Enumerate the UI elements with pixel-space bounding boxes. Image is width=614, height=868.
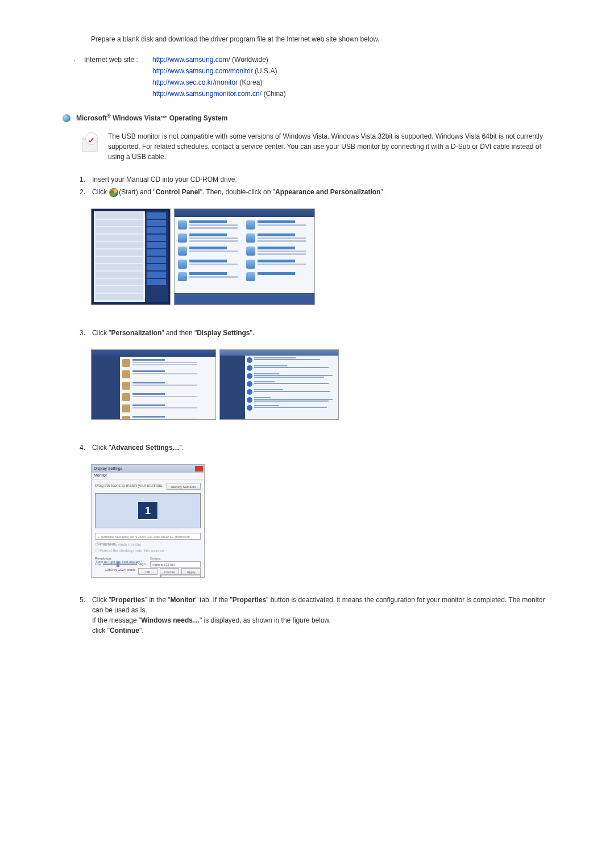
drag-label: Drag the icons to match your monitors. xyxy=(95,483,163,487)
link-worldwide[interactable]: http://www.samsung.com/ xyxy=(152,56,230,64)
screenshot-personalization xyxy=(91,349,216,420)
t-bold: Display Settings xyxy=(197,329,250,337)
step-body: Click "Properties" in the "Monitor" tab.… xyxy=(92,595,551,636)
t-bold: Windows needs… xyxy=(141,616,200,624)
screenshot-row-2 xyxy=(91,349,551,420)
t: ". xyxy=(180,444,184,452)
step-list: 3. Click "Personalization" and then "Dis… xyxy=(80,328,551,338)
step-num: 5. xyxy=(80,595,92,636)
t-bold: Continue xyxy=(110,627,139,635)
step-body: Click "Personalization" and then "Displa… xyxy=(92,328,551,338)
registered-symbol: ® xyxy=(107,113,111,119)
step-list: 4. Click "Advanced Settings…". xyxy=(80,443,551,453)
monitor-select[interactable]: 1. (Multiple Monitors) on NVIDIA GeForce… xyxy=(95,533,201,540)
intro-text: Prepare a blank disk and download the dr… xyxy=(91,34,551,44)
t: click " xyxy=(92,627,110,635)
t: ". xyxy=(139,627,144,635)
step-5: 5. Click "Properties" in the "Monitor" t… xyxy=(80,595,551,636)
t: Click " xyxy=(92,596,111,604)
col-label: Colors: xyxy=(150,556,201,561)
help-link[interactable]: How do I get the best display? xyxy=(96,560,142,565)
t: (Start) and " xyxy=(119,188,155,196)
screenshot-row-1 xyxy=(91,208,551,305)
title-suffix: Windows Vista™ Operating System xyxy=(111,114,228,122)
t-bold: Personalization xyxy=(111,329,162,337)
link-suffix: (China) xyxy=(262,90,286,98)
step-list: 5. Click "Properties" in the "Monitor" t… xyxy=(80,595,551,636)
note-icon: ✓ xyxy=(80,131,102,154)
screenshot-display-settings-dialog: Display Settings Monitor Drag the icons … xyxy=(91,464,205,578)
step-num: 3. xyxy=(80,328,92,338)
chk-main: ☐ This is my main monitor xyxy=(95,542,201,548)
t: " is displayed, as shown in the figure b… xyxy=(200,616,331,624)
t-bold: Advanced Settings… xyxy=(111,444,180,452)
t: ". Then, double-click on " xyxy=(200,188,275,196)
t: " tab. If the " xyxy=(196,596,233,604)
link-usa[interactable]: http://www.samsung.com/monitor xyxy=(152,67,253,75)
link-suffix: (Worldwide) xyxy=(230,56,268,64)
t: Click xyxy=(92,188,109,196)
note-block: ✓ The USB monitor is not compatible with… xyxy=(80,131,551,162)
apply-button[interactable]: Apply xyxy=(181,568,201,575)
t: Click " xyxy=(92,329,111,337)
step-num: 2. xyxy=(80,187,92,197)
step-1: 1. Insert your Manual CD into your CD-RO… xyxy=(80,174,551,185)
note-text: The USB monitor is not compatible with s… xyxy=(108,131,551,162)
t-bold: Monitor xyxy=(171,596,196,604)
dialog-tabs: Monitor xyxy=(92,473,204,479)
link-suffix: (U.S.A) xyxy=(253,67,277,75)
step-num: 4. xyxy=(80,443,92,453)
step-num: 1. xyxy=(80,174,92,185)
advanced-settings-button[interactable]: Advanced Settings... xyxy=(161,575,201,578)
identify-monitors-button[interactable]: Identify Monitors xyxy=(167,483,201,490)
step-3: 3. Click "Personalization" and then "Dis… xyxy=(80,328,551,338)
dialog-titlebar: Display Settings xyxy=(92,465,204,473)
monitor-icon[interactable]: 1 xyxy=(138,502,158,520)
step-list: 1. Insert your Manual CD into your CD-RO… xyxy=(80,174,551,197)
section-title: Microsoft® Windows Vista™ Operating Syst… xyxy=(76,112,227,123)
cancel-button[interactable]: Cancel xyxy=(160,568,179,575)
dialog-buttons: OK Cancel Apply xyxy=(137,568,201,575)
link-china[interactable]: http://www.samsungmonitor.com.cn/ xyxy=(152,90,262,98)
link-suffix: (Korea) xyxy=(238,78,262,86)
step-body: Click "Advanced Settings…". xyxy=(92,443,551,453)
dialog-content: Drag the icons to match your monitors. I… xyxy=(92,479,204,578)
link-row: http://www.samsungmonitor.com.cn/ (China… xyxy=(152,89,551,99)
tab-monitor[interactable]: Monitor xyxy=(94,473,107,477)
ok-button[interactable]: OK xyxy=(138,568,157,575)
step-body: Click (Start) and "Control Panel". Then,… xyxy=(92,187,551,197)
screenshot-control-panel xyxy=(174,208,315,305)
section-heading: Microsoft® Windows Vista™ Operating Syst… xyxy=(63,112,551,123)
screenshot-start-menu xyxy=(91,208,171,305)
t-bold: Appearance and Personalization xyxy=(275,188,380,196)
start-icon xyxy=(109,188,118,197)
t: Click " xyxy=(92,444,111,452)
dialog-title: Display Settings xyxy=(94,466,122,472)
monitor-arrange-area[interactable]: 1 xyxy=(95,493,201,528)
screenshot-display-settings-list xyxy=(219,349,339,420)
t: " in the " xyxy=(145,596,171,604)
link-korea[interactable]: http://www.sec.co.kr/monitor xyxy=(152,78,238,86)
website-label: Internet web site : xyxy=(84,55,152,65)
step-body: Insert your Manual CD into your CD-ROM d… xyxy=(92,174,551,185)
link-row: http://www.samsung.com/monitor (U.S.A) xyxy=(152,66,551,76)
close-icon[interactable] xyxy=(195,466,203,471)
t: ". xyxy=(380,188,385,196)
link-row: http://www.samsung.com/ (Worldwide) xyxy=(152,55,551,65)
t-bold: Properties xyxy=(233,596,266,604)
t: If the message " xyxy=(92,616,141,624)
title-prefix: Microsoft xyxy=(76,114,107,122)
step-2: 2. Click (Start) and "Control Panel". Th… xyxy=(80,187,551,197)
t: " and then " xyxy=(161,329,197,337)
screenshot-row-3: Display Settings Monitor Drag the icons … xyxy=(91,464,551,578)
t-bold: Properties xyxy=(111,596,145,604)
chk-extend: ☐ Extend the desktop onto this monitor xyxy=(95,548,201,554)
bullet-icon: . xyxy=(74,55,84,65)
link-row: http://www.sec.co.kr/monitor (Korea) xyxy=(152,77,551,87)
website-block: . Internet web site : http://www.samsung… xyxy=(74,55,551,100)
sphere-icon xyxy=(63,114,70,122)
step-4: 4. Click "Advanced Settings…". xyxy=(80,443,551,453)
colors-select[interactable]: Highest (32 bit) xyxy=(150,561,201,567)
t-bold: Control Panel xyxy=(156,188,200,196)
t: ". xyxy=(250,329,255,337)
